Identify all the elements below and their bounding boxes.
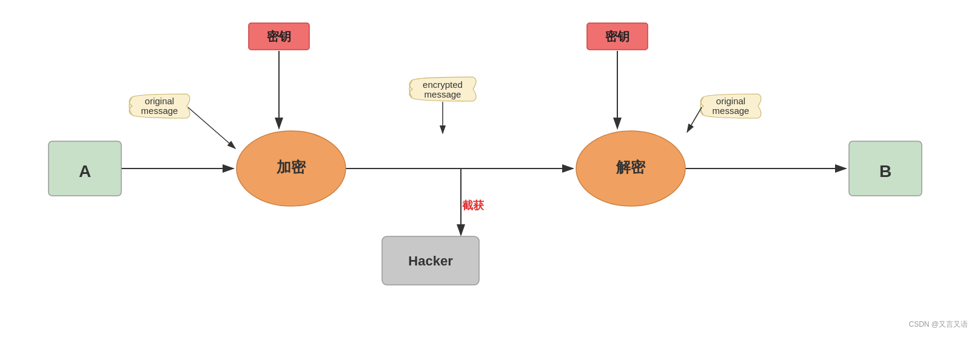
key2-label: 密钥 — [605, 30, 629, 43]
node-encrypt-label: 加密 — [276, 159, 306, 175]
orig2-line1: original — [716, 96, 745, 106]
orig-message-2-banner: original message — [700, 94, 761, 118]
orig-message-1-banner: original message — [129, 94, 190, 118]
orig1-line1: original — [145, 96, 174, 106]
key1-label: 密钥 — [266, 30, 291, 43]
encrypted-line1: encrypted — [423, 79, 463, 90]
arrow-orig2-to-decrypt — [687, 107, 702, 132]
intercept-label: 截获 — [462, 199, 485, 212]
node-b-label: B — [879, 162, 891, 181]
watermark: CSDN @又言又语 — [908, 319, 968, 330]
arrow-orig1-to-encrypt — [188, 107, 235, 148]
encrypted-message-banner: encrypted message — [409, 77, 476, 101]
diagram: A 加密 解密 B Hacker 密钥 密钥 original message — [0, 0, 980, 337]
orig1-line2: message — [141, 105, 178, 116]
node-hacker-label: Hacker — [408, 253, 453, 269]
encrypted-line2: message — [425, 89, 461, 99]
node-a-label: A — [79, 162, 91, 181]
watermark-text: CSDN @又言又语 — [908, 320, 968, 329]
node-decrypt-label: 解密 — [616, 159, 646, 175]
orig2-line2: message — [713, 105, 750, 116]
